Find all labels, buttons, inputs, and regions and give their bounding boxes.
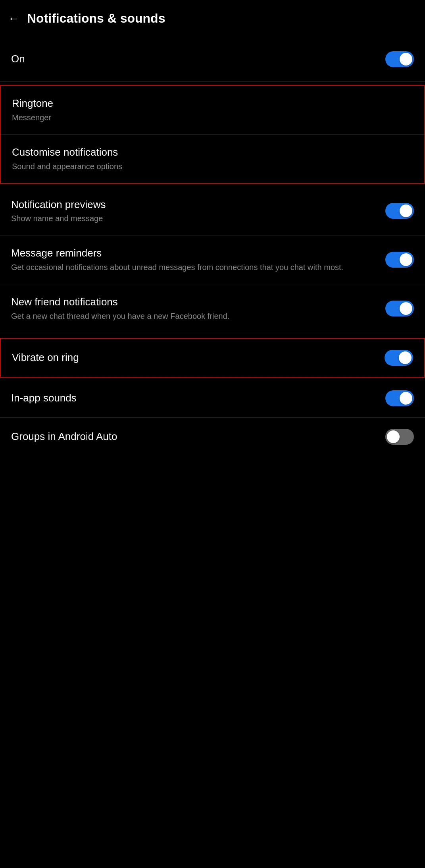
inapp-info: In-app sounds (11, 392, 385, 405)
notification-previews-sublabel: Show name and message (11, 213, 377, 224)
notification-previews-thumb (400, 204, 412, 217)
android-auto-row[interactable]: Groups in Android Auto (0, 418, 425, 456)
android-auto-label: Groups in Android Auto (11, 430, 377, 444)
on-row[interactable]: On (0, 37, 425, 82)
page-title: Notifications & sounds (27, 11, 165, 26)
message-reminders-label: Message reminders (11, 247, 377, 260)
ringtone-info: Ringtone Messenger (12, 97, 413, 123)
vibrate-row[interactable]: Vibrate on ring (1, 339, 424, 377)
ringtone-label: Ringtone (12, 97, 405, 110)
new-friend-label: New friend notifications (11, 295, 377, 309)
android-auto-thumb (387, 430, 400, 443)
inapp-label: In-app sounds (11, 392, 377, 405)
vibrate-info: Vibrate on ring (12, 351, 385, 365)
notification-previews-label: Notification previews (11, 198, 377, 212)
message-reminders-thumb (400, 253, 412, 266)
new-friend-sublabel: Get a new chat thread when you have a ne… (11, 311, 377, 322)
message-reminders-info: Message reminders Get occasional notific… (11, 247, 385, 273)
highlighted-ringtone-section: Ringtone Messenger Customise notificatio… (0, 85, 425, 184)
vibrate-label: Vibrate on ring (12, 351, 377, 365)
message-reminders-toggle[interactable] (385, 252, 414, 268)
notification-previews-info: Notification previews Show name and mess… (11, 198, 385, 224)
customise-label: Customise notifications (12, 146, 405, 159)
android-auto-info: Groups in Android Auto (11, 430, 385, 444)
on-toggle-thumb (400, 53, 412, 66)
inapp-toggle[interactable] (385, 390, 414, 406)
on-toggle[interactable] (385, 51, 414, 67)
ringtone-row[interactable]: Ringtone Messenger (1, 86, 424, 135)
new-friend-row[interactable]: New friend notifications Get a new chat … (0, 284, 425, 333)
ringtone-value: Messenger (12, 112, 405, 123)
on-label: On (11, 53, 25, 65)
new-friend-thumb (400, 302, 412, 315)
message-reminders-sublabel: Get occasional notifications about unrea… (11, 262, 377, 273)
new-friend-info: New friend notifications Get a new chat … (11, 295, 385, 322)
back-button[interactable]: ← (8, 12, 19, 25)
new-friend-toggle[interactable] (385, 301, 414, 316)
notification-previews-row[interactable]: Notification previews Show name and mess… (0, 187, 425, 236)
on-label-container: On (11, 52, 385, 66)
customise-notifications-row[interactable]: Customise notifications Sound and appear… (1, 135, 424, 183)
vibrate-thumb (399, 351, 412, 364)
settings-list: On Ringtone Messenger Customise notifica… (0, 37, 425, 456)
customise-sublabel: Sound and appearance options (12, 161, 405, 172)
customise-info: Customise notifications Sound and appear… (12, 146, 413, 172)
android-auto-toggle[interactable] (385, 429, 414, 445)
header: ← Notifications & sounds (0, 0, 425, 37)
inapp-sounds-row[interactable]: In-app sounds (0, 379, 425, 418)
inapp-thumb (400, 392, 412, 405)
notification-previews-toggle[interactable] (385, 203, 414, 219)
vibrate-highlighted-section: Vibrate on ring (0, 338, 425, 378)
gap-1 (0, 333, 425, 336)
message-reminders-row[interactable]: Message reminders Get occasional notific… (0, 235, 425, 284)
vibrate-toggle[interactable] (385, 350, 413, 366)
